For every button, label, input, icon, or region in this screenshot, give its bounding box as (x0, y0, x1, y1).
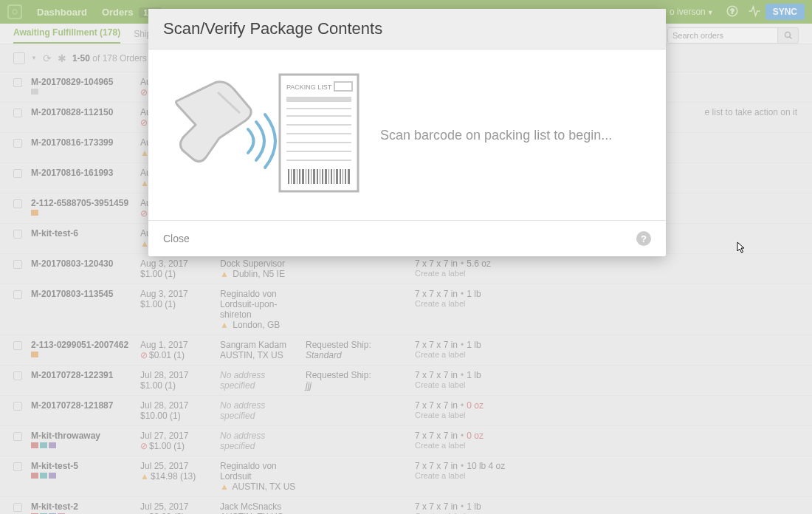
svg-rect-25 (313, 169, 315, 184)
svg-rect-33 (336, 169, 338, 184)
svg-rect-16 (288, 169, 289, 184)
svg-rect-8 (286, 97, 351, 102)
svg-rect-24 (311, 169, 312, 184)
svg-rect-30 (328, 169, 329, 184)
svg-rect-23 (308, 169, 309, 184)
svg-rect-34 (340, 169, 341, 184)
modal-header: Scan/Verify Package Contents (148, 9, 666, 49)
svg-rect-21 (302, 169, 304, 184)
svg-rect-19 (297, 169, 297, 184)
mouse-cursor-icon (737, 241, 747, 256)
modal-footer: Close ? (148, 220, 666, 256)
modal-title: Scan/Verify Package Contents (163, 19, 651, 38)
svg-rect-27 (320, 169, 320, 184)
close-button[interactable]: Close (163, 233, 190, 244)
scan-verify-modal: Scan/Verify Package Contents PACKI (148, 9, 666, 256)
svg-rect-26 (317, 169, 318, 184)
svg-rect-32 (334, 169, 334, 184)
svg-rect-22 (306, 169, 306, 184)
svg-rect-31 (331, 169, 332, 184)
svg-rect-37 (348, 169, 350, 184)
svg-rect-29 (325, 169, 327, 184)
svg-rect-18 (293, 169, 295, 184)
modal-help-icon[interactable]: ? (636, 231, 651, 246)
packing-list-label: PACKING LIST (286, 83, 332, 91)
svg-rect-36 (345, 169, 346, 184)
svg-rect-20 (299, 169, 300, 184)
svg-rect-17 (291, 169, 292, 184)
svg-rect-35 (343, 169, 343, 184)
svg-rect-28 (322, 169, 323, 184)
barcode-scanner-illustration: PACKING LIST (163, 72, 361, 199)
modal-message: Scan barcode on packing list to begin... (380, 128, 612, 143)
